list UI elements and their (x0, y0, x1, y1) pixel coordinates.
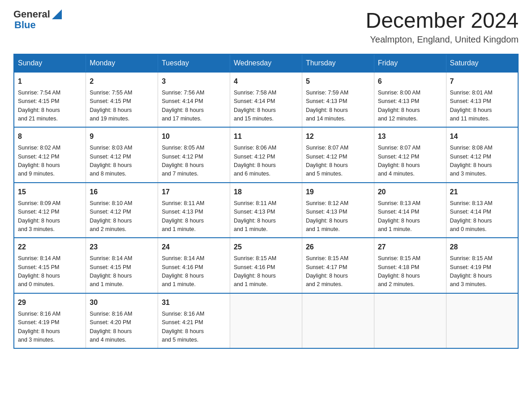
day-info: Sunrise: 8:15 AMSunset: 4:18 PMDaylight:… (378, 254, 442, 289)
day-info: Sunrise: 7:58 AMSunset: 4:14 PMDaylight:… (234, 89, 298, 124)
day-number: 12 (306, 131, 370, 142)
day-info: Sunrise: 8:07 AMSunset: 4:12 PMDaylight:… (306, 144, 370, 179)
day-info: Sunrise: 8:16 AMSunset: 4:19 PMDaylight:… (18, 310, 82, 345)
calendar-week-row: 15Sunrise: 8:09 AMSunset: 4:12 PMDayligh… (14, 183, 518, 238)
day-number: 29 (18, 297, 82, 308)
calendar-cell: 9Sunrise: 8:03 AMSunset: 4:12 PMDaylight… (86, 127, 158, 183)
day-info: Sunrise: 8:15 AMSunset: 4:19 PMDaylight:… (450, 254, 514, 289)
day-info: Sunrise: 8:13 AMSunset: 4:14 PMDaylight:… (450, 199, 514, 234)
day-info: Sunrise: 7:55 AMSunset: 4:15 PMDaylight:… (90, 89, 154, 124)
day-number: 13 (378, 131, 442, 142)
calendar-header-row: SundayMondayTuesdayWednesdayThursdayFrid… (14, 54, 518, 72)
day-number: 19 (306, 187, 370, 197)
calendar-cell: 14Sunrise: 8:08 AMSunset: 4:12 PMDayligh… (446, 127, 518, 183)
calendar-cell: 7Sunrise: 8:01 AMSunset: 4:13 PMDaylight… (446, 72, 518, 128)
day-info: Sunrise: 8:08 AMSunset: 4:12 PMDaylight:… (450, 144, 514, 179)
title-section: December 2024 Yealmpton, England, United… (365, 9, 519, 45)
day-number: 9 (90, 131, 154, 142)
calendar-cell: 29Sunrise: 8:16 AMSunset: 4:19 PMDayligh… (14, 293, 86, 349)
calendar-cell: 25Sunrise: 8:15 AMSunset: 4:16 PMDayligh… (230, 238, 302, 293)
day-info: Sunrise: 8:11 AMSunset: 4:13 PMDaylight:… (162, 199, 226, 234)
day-number: 24 (162, 242, 226, 253)
calendar-cell: 19Sunrise: 8:12 AMSunset: 4:13 PMDayligh… (302, 183, 374, 238)
day-info: Sunrise: 7:56 AMSunset: 4:14 PMDaylight:… (162, 89, 226, 124)
day-number: 28 (450, 242, 514, 253)
calendar-cell: 27Sunrise: 8:15 AMSunset: 4:18 PMDayligh… (374, 238, 446, 293)
calendar-cell: 22Sunrise: 8:14 AMSunset: 4:15 PMDayligh… (14, 238, 86, 293)
calendar-cell: 12Sunrise: 8:07 AMSunset: 4:12 PMDayligh… (302, 127, 374, 183)
logo-text-blue: Blue (14, 20, 62, 30)
day-number: 7 (450, 76, 514, 87)
calendar-cell: 2Sunrise: 7:55 AMSunset: 4:15 PMDaylight… (86, 72, 158, 128)
day-number: 11 (234, 131, 298, 142)
calendar-cell: 6Sunrise: 8:00 AMSunset: 4:13 PMDaylight… (374, 72, 446, 128)
day-info: Sunrise: 8:16 AMSunset: 4:21 PMDaylight:… (162, 310, 226, 345)
calendar-cell: 3Sunrise: 7:56 AMSunset: 4:14 PMDaylight… (158, 72, 230, 128)
day-info: Sunrise: 8:02 AMSunset: 4:12 PMDaylight:… (18, 144, 82, 179)
day-info: Sunrise: 8:05 AMSunset: 4:12 PMDaylight:… (162, 144, 226, 179)
day-info: Sunrise: 8:11 AMSunset: 4:13 PMDaylight:… (234, 199, 298, 234)
day-number: 14 (450, 131, 514, 142)
day-info: Sunrise: 8:03 AMSunset: 4:12 PMDaylight:… (90, 144, 154, 179)
logo-triangle-icon (52, 9, 62, 19)
svg-marker-0 (52, 9, 62, 19)
day-number: 5 (306, 76, 370, 87)
day-info: Sunrise: 8:15 AMSunset: 4:16 PMDaylight:… (234, 254, 298, 289)
calendar-week-row: 29Sunrise: 8:16 AMSunset: 4:19 PMDayligh… (14, 293, 518, 349)
day-info: Sunrise: 8:14 AMSunset: 4:16 PMDaylight:… (162, 254, 226, 289)
header-monday: Monday (86, 54, 158, 72)
calendar-cell: 15Sunrise: 8:09 AMSunset: 4:12 PMDayligh… (14, 183, 86, 238)
day-info: Sunrise: 8:10 AMSunset: 4:12 PMDaylight:… (90, 199, 154, 234)
day-info: Sunrise: 8:09 AMSunset: 4:12 PMDaylight:… (18, 199, 82, 234)
calendar-table: SundayMondayTuesdayWednesdayThursdayFrid… (13, 54, 519, 349)
day-info: Sunrise: 8:16 AMSunset: 4:20 PMDaylight:… (90, 310, 154, 345)
calendar-week-row: 8Sunrise: 8:02 AMSunset: 4:12 PMDaylight… (14, 127, 518, 183)
calendar-cell: 30Sunrise: 8:16 AMSunset: 4:20 PMDayligh… (86, 293, 158, 349)
header-saturday: Saturday (446, 54, 518, 72)
calendar-cell: 26Sunrise: 8:15 AMSunset: 4:17 PMDayligh… (302, 238, 374, 293)
day-info: Sunrise: 8:00 AMSunset: 4:13 PMDaylight:… (378, 89, 442, 124)
calendar-cell: 13Sunrise: 8:07 AMSunset: 4:12 PMDayligh… (374, 127, 446, 183)
calendar-cell: 1Sunrise: 7:54 AMSunset: 4:15 PMDaylight… (14, 72, 86, 128)
header-thursday: Thursday (302, 54, 374, 72)
calendar-cell (446, 293, 518, 349)
day-number: 23 (90, 242, 154, 253)
calendar-week-row: 1Sunrise: 7:54 AMSunset: 4:15 PMDaylight… (14, 72, 518, 128)
month-title: December 2024 (365, 9, 519, 33)
header-friday: Friday (374, 54, 446, 72)
calendar-cell: 31Sunrise: 8:16 AMSunset: 4:21 PMDayligh… (158, 293, 230, 349)
day-info: Sunrise: 8:15 AMSunset: 4:17 PMDaylight:… (306, 254, 370, 289)
calendar-cell (374, 293, 446, 349)
calendar-cell: 24Sunrise: 8:14 AMSunset: 4:16 PMDayligh… (158, 238, 230, 293)
calendar-cell: 4Sunrise: 7:58 AMSunset: 4:14 PMDaylight… (230, 72, 302, 128)
day-number: 30 (90, 297, 154, 308)
day-number: 20 (378, 187, 442, 197)
day-info: Sunrise: 8:13 AMSunset: 4:14 PMDaylight:… (378, 199, 442, 234)
day-info: Sunrise: 8:12 AMSunset: 4:13 PMDaylight:… (306, 199, 370, 234)
day-info: Sunrise: 8:06 AMSunset: 4:12 PMDaylight:… (234, 144, 298, 179)
logo: General Blue (13, 9, 62, 30)
location: Yealmpton, England, United Kingdom (365, 34, 519, 45)
calendar-week-row: 22Sunrise: 8:14 AMSunset: 4:15 PMDayligh… (14, 238, 518, 293)
day-number: 15 (18, 187, 82, 197)
day-info: Sunrise: 8:01 AMSunset: 4:13 PMDaylight:… (450, 89, 514, 124)
calendar-cell (230, 293, 302, 349)
calendar-cell: 5Sunrise: 7:59 AMSunset: 4:13 PMDaylight… (302, 72, 374, 128)
calendar-cell: 8Sunrise: 8:02 AMSunset: 4:12 PMDaylight… (14, 127, 86, 183)
day-number: 4 (234, 76, 298, 87)
day-number: 27 (378, 242, 442, 253)
day-number: 22 (18, 242, 82, 253)
calendar-cell: 20Sunrise: 8:13 AMSunset: 4:14 PMDayligh… (374, 183, 446, 238)
day-number: 31 (162, 297, 226, 308)
day-number: 10 (162, 131, 226, 142)
day-number: 21 (450, 187, 514, 197)
header-tuesday: Tuesday (158, 54, 230, 72)
day-number: 18 (234, 187, 298, 197)
page-header: General Blue December 2024 Yealmpton, En… (13, 9, 519, 45)
calendar-cell: 17Sunrise: 8:11 AMSunset: 4:13 PMDayligh… (158, 183, 230, 238)
calendar-cell: 11Sunrise: 8:06 AMSunset: 4:12 PMDayligh… (230, 127, 302, 183)
day-number: 6 (378, 76, 442, 87)
header-sunday: Sunday (14, 54, 86, 72)
day-info: Sunrise: 8:14 AMSunset: 4:15 PMDaylight:… (90, 254, 154, 289)
day-number: 25 (234, 242, 298, 253)
